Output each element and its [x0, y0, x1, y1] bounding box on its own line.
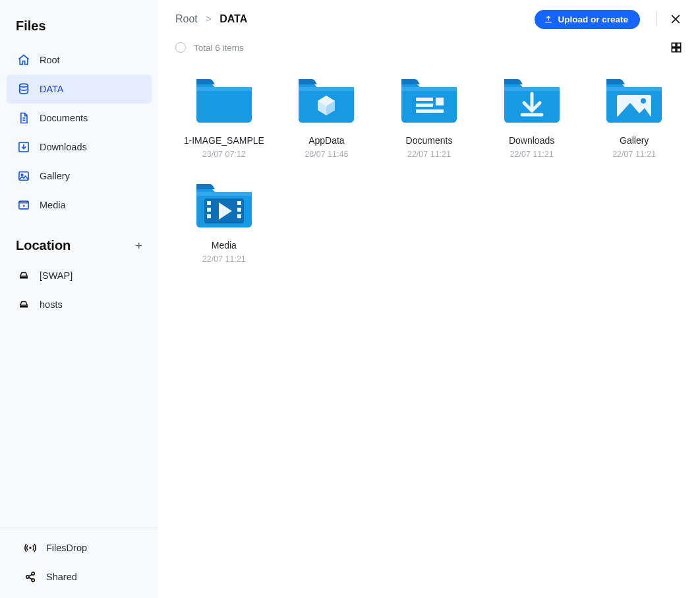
tile-name: AppData — [308, 135, 344, 147]
svg-rect-9 — [672, 43, 676, 47]
tile-date: 22/07 11:21 — [407, 150, 451, 159]
tile-name: Gallery — [620, 135, 649, 147]
svg-rect-24 — [196, 192, 252, 196]
tile-name: Documents — [406, 135, 453, 147]
view-toggle-grid[interactable] — [670, 41, 683, 54]
sidebar-footer: FilesDrop Shared — [0, 527, 158, 598]
drive-icon — [17, 298, 30, 311]
folder-tile[interactable]: Downloads 22/07 11:21 — [483, 71, 581, 162]
sidebar-item-label: DATA — [40, 84, 64, 94]
svg-rect-14 — [299, 87, 354, 91]
svg-rect-30 — [237, 208, 241, 212]
tile-name: Media — [212, 239, 237, 252]
tile-date: 28/07 11:46 — [305, 150, 348, 159]
tile-date: 23/07 07:12 — [202, 150, 246, 159]
footer-item-label: Shared — [46, 572, 77, 582]
sidebar-item-documents[interactable]: Documents — [7, 104, 152, 133]
home-icon — [17, 53, 30, 67]
database-icon — [17, 82, 30, 96]
sidebar-location-list: [SWAP] hosts — [0, 261, 158, 319]
svg-point-6 — [32, 572, 34, 575]
tile-name: Downloads — [509, 135, 554, 147]
file-grid: 1-IMAGE_SAMPLE 23/07 07:12 AppData 28/07 — [158, 59, 700, 278]
svg-rect-13 — [196, 87, 252, 91]
sidebar-item-root[interactable]: Root — [7, 45, 152, 75]
download-box-icon — [17, 140, 30, 154]
folder-doc-icon — [397, 74, 461, 125]
svg-rect-31 — [237, 214, 241, 218]
tile-date: 22/07 11:21 — [612, 150, 656, 159]
main-pane: Root > DATA Upload or create Total 6 ite… — [158, 0, 700, 598]
sidebar-item-gallery[interactable]: Gallery — [7, 162, 152, 191]
sidebar-item-label: Media — [40, 200, 66, 210]
sidebar-item-label: Documents — [40, 113, 88, 123]
folder-gallery-icon — [602, 74, 666, 125]
svg-rect-18 — [416, 104, 433, 107]
folder-tile[interactable]: Documents 22/07 11:21 — [380, 71, 478, 162]
share-icon — [24, 570, 37, 583]
folder-tile[interactable]: Media 22/07 11:21 — [175, 176, 273, 266]
media-box-icon — [17, 198, 30, 212]
tile-date: 22/07 11:21 — [510, 150, 554, 159]
svg-rect-11 — [672, 48, 676, 52]
sidebar: Files Root DATA Documents Downloads — [0, 0, 158, 598]
svg-rect-10 — [677, 43, 681, 47]
location-item-hosts[interactable]: hosts — [7, 290, 152, 319]
sidebar-item-media[interactable]: Media — [7, 191, 152, 220]
footer-item-filesdrop[interactable]: FilesDrop — [13, 533, 145, 562]
folder-media-icon — [192, 179, 256, 230]
folder-cube-icon — [295, 74, 358, 125]
upload-create-button[interactable]: Upload or create — [535, 10, 640, 29]
svg-rect-21 — [606, 87, 662, 91]
tile-date: 22/07 11:21 — [202, 254, 246, 264]
svg-point-23 — [641, 98, 646, 104]
sidebar-title-location-row: Location + — [0, 220, 158, 261]
footer-item-shared[interactable]: Shared — [13, 562, 145, 591]
svg-point-0 — [20, 84, 28, 87]
breadcrumb: Root > DATA — [175, 13, 247, 25]
folder-tile[interactable]: Gallery 22/07 11:21 — [585, 71, 683, 162]
sidebar-item-label: Gallery — [40, 171, 70, 181]
sidebar-footer-list: FilesDrop Shared — [7, 533, 152, 591]
total-items-label: Total 6 items — [194, 43, 244, 53]
tile-name: 1-IMAGE_SAMPLE — [184, 135, 264, 147]
document-icon — [17, 111, 30, 125]
svg-rect-28 — [207, 214, 211, 218]
sidebar-title-files: Files — [0, 11, 158, 45]
sidebar-item-label: Downloads — [40, 142, 87, 152]
svg-point-3 — [21, 174, 23, 176]
sidebar-title-location: Location — [16, 238, 71, 253]
close-button[interactable] — [668, 12, 683, 26]
footer-item-label: FilesDrop — [46, 543, 87, 553]
svg-rect-17 — [436, 98, 444, 105]
drive-icon — [17, 269, 30, 282]
svg-rect-26 — [207, 201, 211, 205]
sidebar-item-downloads[interactable]: Downloads — [7, 133, 152, 162]
svg-rect-12 — [677, 48, 681, 52]
location-item-label: [SWAP] — [40, 270, 73, 281]
topbar: Root > DATA Upload or create — [158, 0, 700, 34]
upload-button-label: Upload or create — [558, 15, 628, 24]
svg-point-5 — [29, 547, 31, 549]
add-location-button[interactable]: + — [135, 240, 142, 252]
folder-tile[interactable]: AppData 28/07 11:46 — [278, 71, 376, 162]
sidebar-nav-list: Root DATA Documents Downloads Gallery — [0, 45, 158, 220]
location-item-swap[interactable]: [SWAP] — [7, 261, 152, 290]
svg-rect-27 — [207, 208, 211, 212]
folder-tile[interactable]: 1-IMAGE_SAMPLE 23/07 07:12 — [175, 71, 273, 162]
folder-download-icon — [500, 74, 564, 125]
svg-rect-16 — [416, 98, 433, 101]
svg-rect-19 — [416, 109, 444, 113]
svg-point-8 — [32, 579, 34, 582]
broadcast-icon — [24, 541, 37, 554]
toolbar-divider — [656, 12, 656, 26]
select-all-toggle[interactable] — [175, 42, 186, 53]
gallery-box-icon — [17, 169, 30, 183]
breadcrumb-separator: > — [206, 13, 212, 25]
svg-rect-20 — [504, 87, 560, 91]
sidebar-item-data[interactable]: DATA — [7, 75, 152, 104]
svg-rect-29 — [237, 201, 241, 205]
breadcrumb-current: DATA — [219, 13, 247, 25]
subbar: Total 6 items — [158, 34, 700, 59]
breadcrumb-root[interactable]: Root — [175, 13, 198, 25]
